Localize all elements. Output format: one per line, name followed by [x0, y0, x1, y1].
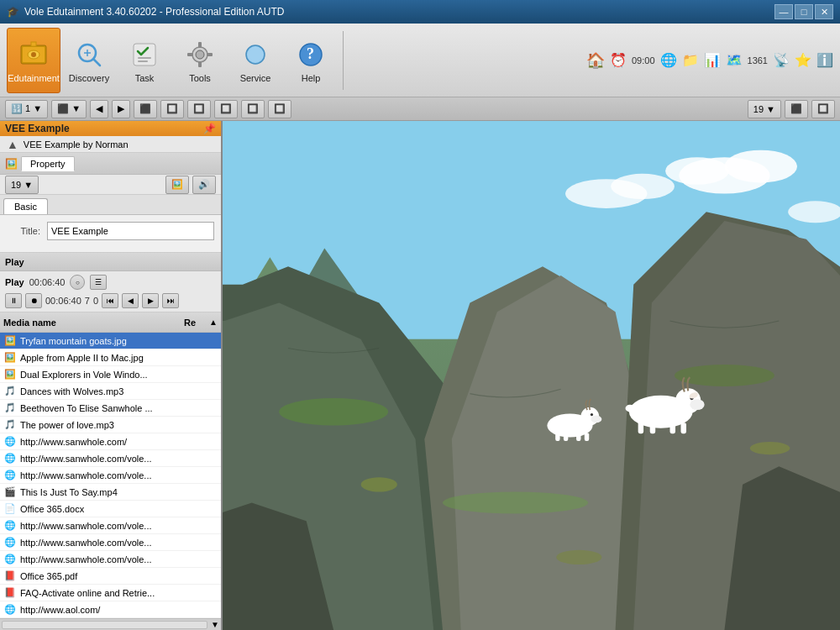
media-item[interactable]: 🎵 Beethoven To Elise Sanwhole ...: [0, 400, 221, 417]
tb2-layout-select[interactable]: ⬛ ▼: [51, 100, 87, 118]
media-item[interactable]: 📕 Office 365.pdf: [0, 568, 221, 585]
tb2-forward-btn[interactable]: ▶: [112, 100, 130, 118]
status-chart-icon[interactable]: 📊: [704, 52, 721, 68]
next-button[interactable]: ⏭: [162, 293, 179, 308]
vol-label: 0: [93, 296, 98, 306]
media-item[interactable]: 🖼️ Dual Explorers in Vole Windo...: [0, 366, 221, 383]
title-field-label: Title:: [7, 226, 40, 236]
prop-img-icon[interactable]: 🖼️: [165, 176, 189, 194]
toolbar-task[interactable]: Task: [118, 28, 171, 93]
media-icon: 🎵: [3, 402, 17, 415]
tb2-icon6[interactable]: 🔲: [268, 100, 291, 118]
pause-button[interactable]: ⏸: [5, 293, 22, 308]
scroll-up-btn[interactable]: ▲: [209, 318, 218, 327]
property-header: 🖼️ Property: [0, 153, 221, 175]
svg-rect-56: [576, 432, 580, 441]
tb2-right-num[interactable]: 19 ▼: [748, 100, 781, 118]
svg-rect-55: [564, 433, 568, 441]
scroll-track[interactable]: [2, 621, 207, 629]
tb2-icon1[interactable]: ⬛: [134, 100, 157, 118]
tb2-back-btn[interactable]: ◀: [90, 100, 108, 118]
prop-icon: 🖼️: [5, 158, 18, 170]
media-item[interactable]: 🌐 http://www.sanwhole.com/vole...: [0, 467, 221, 484]
toolbar-service[interactable]: Service: [228, 28, 282, 93]
service-icon: [239, 38, 272, 71]
media-icon: 📕: [3, 570, 17, 583]
media-item[interactable]: 📕 FAQ-Activate online and Retrie...: [0, 585, 221, 601]
tb2-right-icon1[interactable]: ⬛: [785, 100, 808, 118]
status-rss-icon[interactable]: 📡: [773, 52, 790, 68]
toolbar-discovery[interactable]: Discovery: [62, 28, 116, 93]
basic-tab-label: Basic: [14, 202, 37, 212]
svg-text:?: ?: [307, 45, 314, 62]
media-item[interactable]: 🌐 http://www.sanwhole.com/vole...: [0, 450, 221, 467]
svg-point-42: [690, 399, 704, 410]
close-button[interactable]: ✕: [815, 4, 833, 19]
svg-rect-11: [138, 60, 148, 62]
status-map-icon[interactable]: 🗺️: [726, 52, 743, 68]
media-item[interactable]: 🌐 http://www.sanwhole.com/vole...: [0, 534, 221, 551]
media-item[interactable]: 🌐 http://www.aol.com/: [0, 601, 221, 618]
title-bar-title: 🎓 Vole Edutainment 3.40.60202 - Professi…: [7, 6, 285, 18]
property-tab[interactable]: Property: [21, 156, 75, 171]
vee-pin-icon[interactable]: 📌: [203, 123, 216, 134]
media-item[interactable]: 🌐 http://www.sanwhole.com/: [0, 433, 221, 450]
media-item[interactable]: 🎵 The power of love.mp3: [0, 417, 221, 433]
left-panel: VEE Example 📌 ▲ VEE Example by Norman 🖼️…: [0, 121, 223, 630]
horizontal-scrollbar[interactable]: ▼: [0, 618, 221, 630]
help-icon: ?: [294, 38, 328, 71]
minimize-button[interactable]: —: [774, 4, 793, 19]
play-menu-btn[interactable]: ☰: [90, 275, 107, 290]
prev-button[interactable]: ⏮: [102, 293, 118, 308]
media-item[interactable]: 🌐 http://www.sanwhole.com/vole...: [0, 517, 221, 534]
basic-tab[interactable]: Basic: [3, 198, 48, 214]
maximize-button[interactable]: □: [795, 4, 813, 19]
home-icon[interactable]: 🏠: [586, 51, 605, 70]
tb2-icon2[interactable]: 🔲: [160, 100, 184, 118]
prop-audio-icon[interactable]: 🔊: [192, 176, 216, 194]
title-input[interactable]: [47, 222, 214, 240]
svg-point-52: [591, 416, 601, 423]
secondary-toolbar: 🔢 1 ▼ ⬛ ▼ ◀ ▶ ⬛ 🔲 🔲 🔲 🔲 🔲 19 ▼ ⬛ 🔲: [0, 97, 840, 121]
media-icon: 🖼️: [3, 351, 17, 365]
toolbar-tools[interactable]: Tools: [173, 28, 227, 93]
tb2-icon3[interactable]: 🔲: [187, 100, 211, 118]
svg-point-27: [611, 174, 675, 199]
status-info-icon[interactable]: ℹ️: [816, 52, 833, 68]
record-button[interactable]: ⏺: [25, 293, 42, 308]
status-folder-icon[interactable]: 📁: [682, 52, 699, 68]
media-name: http://www.sanwhole.com/vole...: [20, 470, 218, 480]
media-item[interactable]: 🎵 Dances with Wolves.mp3: [0, 383, 221, 400]
prop-num-select[interactable]: 19 ▼: [5, 176, 39, 194]
tools-icon: [183, 38, 217, 71]
play-label: Play: [5, 277, 24, 287]
rew-button[interactable]: ◀: [122, 293, 139, 308]
media-item[interactable]: 📄 Office 365.docx: [0, 501, 221, 517]
media-icon: 🌐: [3, 452, 17, 465]
fwd-button[interactable]: ▶: [142, 293, 159, 308]
play-circle-btn[interactable]: ○: [70, 275, 85, 290]
status-star-icon[interactable]: ⭐: [795, 52, 811, 68]
status-globe-icon[interactable]: 🌐: [660, 52, 677, 68]
svg-rect-54: [555, 432, 559, 441]
media-item[interactable]: 🎬 This Is Just To Say.mp4: [0, 484, 221, 501]
tb2-icon4[interactable]: 🔲: [214, 100, 238, 118]
svg-point-25: [665, 157, 729, 184]
toolbar-edutainment[interactable]: Edutainment: [7, 28, 60, 93]
tb2-right-icon2[interactable]: 🔲: [811, 100, 835, 118]
window-controls[interactable]: — □ ✕: [774, 4, 833, 19]
collapse-button[interactable]: ▲: [7, 138, 18, 151]
media-icon: 🌐: [3, 603, 17, 617]
tb2-num-select[interactable]: 🔢 1 ▼: [5, 100, 48, 118]
media-icon: 🌐: [3, 435, 17, 449]
tb2-icon5[interactable]: 🔲: [241, 100, 265, 118]
scroll-down-btn[interactable]: ▼: [209, 620, 221, 629]
toolbar-help[interactable]: ? Help: [284, 28, 338, 93]
media-item[interactable]: 🌐 http://www.sanwhole.com/vole...: [0, 551, 221, 568]
svg-rect-10: [138, 57, 151, 59]
media-item[interactable]: 🖼️ Apple from Apple II to Mac.jpg: [0, 349, 221, 366]
media-icon: 🎵: [3, 385, 17, 398]
svg-point-39: [675, 365, 774, 386]
col-r-header: Re: [184, 318, 209, 328]
media-item[interactable]: 🖼️ Tryfan mountain goats.jpg: [0, 333, 221, 349]
